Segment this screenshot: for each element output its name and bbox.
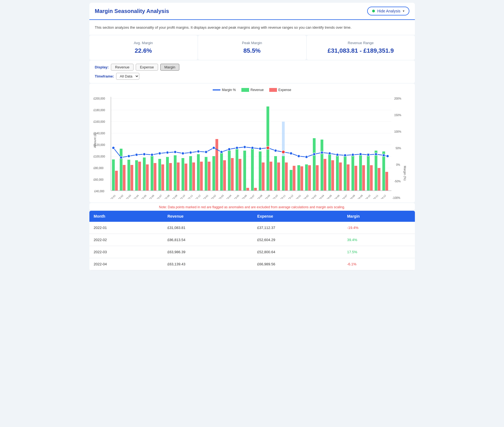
revenue-bar [251, 149, 254, 191]
cell-month: 2022-01 [89, 222, 163, 234]
expense-bar [300, 166, 303, 191]
cell-expense: £52,604.29 [253, 234, 343, 246]
cell-margin: -6.1% [343, 258, 415, 270]
revenue-bar [344, 155, 346, 191]
expense-bar [339, 162, 342, 191]
margin-dot [112, 146, 115, 149]
margin-dot [344, 154, 346, 157]
margin-dot [189, 151, 192, 154]
revenue-bar [236, 149, 238, 191]
svg-text:-50%: -50% [394, 180, 401, 183]
revenue-bar [274, 156, 277, 191]
svg-text:2024-03: 2024-03 [309, 194, 317, 199]
cell-expense: £66,989.56 [253, 258, 343, 270]
margin-dot [220, 151, 223, 153]
chart-box: Margin % Revenue Expense £200,000 £180,0… [89, 84, 415, 202]
margin-dot [274, 149, 277, 152]
revenue-toggle-button[interactable]: Revenue [111, 64, 134, 71]
revenue-bar [297, 165, 300, 191]
table-header-row: Month Revenue Expense Margin [89, 211, 415, 222]
cell-revenue: £63,986.39 [163, 246, 253, 258]
avg-margin-value: 22.6% [95, 47, 192, 54]
table-row: 2022-03 £63,986.39 £52,800.64 17.5% [89, 246, 415, 258]
expense-bar [285, 162, 288, 191]
expense-bar [239, 159, 241, 191]
hide-analysis-label: Hide Analysis [377, 9, 400, 13]
margin-dot [158, 152, 161, 155]
expense-bar [324, 159, 326, 191]
revenue-bar [220, 152, 223, 191]
legend-revenue: Revenue [241, 88, 264, 92]
margin-dot [328, 152, 331, 155]
hide-analysis-button[interactable]: Hide Analysis ▾ [367, 7, 409, 15]
svg-text:2024-02: 2024-02 [301, 194, 309, 199]
revenue-bar [336, 154, 339, 191]
svg-text:2023-06: 2023-06 [239, 194, 247, 199]
revenue-range-label: Revenue Range [312, 41, 409, 45]
margin-dot [290, 152, 292, 155]
margin-toggle-button[interactable]: Margin [160, 64, 180, 71]
svg-text:2023-07: 2023-07 [247, 194, 255, 199]
svg-text:2023-11: 2023-11 [278, 194, 286, 199]
cell-margin: -19.4% [343, 222, 415, 234]
svg-text:£40,000: £40,000 [94, 190, 105, 193]
expense-bar [146, 164, 149, 191]
cell-month: 2022-04 [89, 258, 163, 270]
table-row: 2022-02 £86,813.54 £52,604.29 39.4% [89, 234, 415, 246]
svg-text:150%: 150% [394, 114, 401, 117]
legend-margin: Margin % [213, 88, 236, 92]
revenue-bar [321, 140, 323, 191]
margin-dot [359, 153, 362, 156]
expense-bar [362, 165, 365, 191]
chevron-down-icon: ▾ [403, 9, 404, 13]
revenue-bar [290, 170, 292, 191]
svg-text:2024-06: 2024-06 [332, 194, 340, 199]
col-margin: Margin [343, 211, 415, 222]
table-row: 2022-01 £31,083.81 £37,112.37 -19.4% [89, 222, 415, 234]
expense-toggle-button[interactable]: Expense [136, 64, 158, 71]
expense-bar [277, 162, 280, 191]
col-month: Month [89, 211, 163, 222]
revenue-bar [351, 155, 354, 191]
svg-text:2022-05: 2022-05 [139, 194, 147, 199]
expense-bar-icon [269, 88, 277, 92]
peak-margin-value: 85.5% [204, 47, 301, 54]
chart-area: £200,000 £180,000 £160,000 £140,000 £120… [92, 94, 412, 200]
revenue-bar [328, 153, 331, 191]
svg-text:2022-08: 2022-08 [162, 194, 170, 199]
svg-text:0%: 0% [396, 163, 400, 166]
margin-dot [182, 152, 184, 155]
revenue-bar [182, 158, 184, 191]
margin-dot [386, 155, 389, 158]
revenue-bar [282, 156, 285, 191]
anomaly-note: Note: Data points marked in red are flag… [89, 203, 415, 210]
expense-bar [161, 164, 164, 191]
svg-text:-100%: -100% [392, 196, 400, 199]
margin-dot [243, 146, 246, 148]
cell-month: 2022-02 [89, 234, 163, 246]
chart-svg: £200,000 £180,000 £160,000 £140,000 £120… [92, 94, 407, 199]
revenue-bar [313, 138, 316, 191]
expense-bar [138, 162, 141, 191]
svg-text:200%: 200% [394, 97, 401, 100]
margin-dot [135, 153, 138, 156]
description-text: This section analyzes the seasonality of… [95, 25, 352, 30]
margin-dot [151, 153, 153, 156]
margin-dot [197, 150, 200, 153]
svg-text:2022-06: 2022-06 [146, 194, 154, 199]
margin-dot [236, 146, 238, 149]
svg-text:Amount (£): Amount (£) [93, 133, 97, 148]
status-dot-icon [372, 10, 375, 12]
expense-bar [154, 163, 156, 191]
svg-text:2023-01: 2023-01 [201, 194, 209, 199]
svg-text:2022-07: 2022-07 [154, 194, 162, 199]
revenue-bar [189, 156, 192, 191]
expense-bar [231, 158, 234, 191]
expense-bar [200, 162, 203, 191]
timeframe-select[interactable]: All Data 2022 2023 2024 [116, 73, 139, 80]
expense-bar [347, 164, 350, 191]
svg-text:50%: 50% [396, 147, 401, 150]
svg-text:2024-12: 2024-12 [378, 194, 386, 199]
expense-bar [308, 165, 311, 191]
svg-text:£100,000: £100,000 [94, 155, 105, 158]
